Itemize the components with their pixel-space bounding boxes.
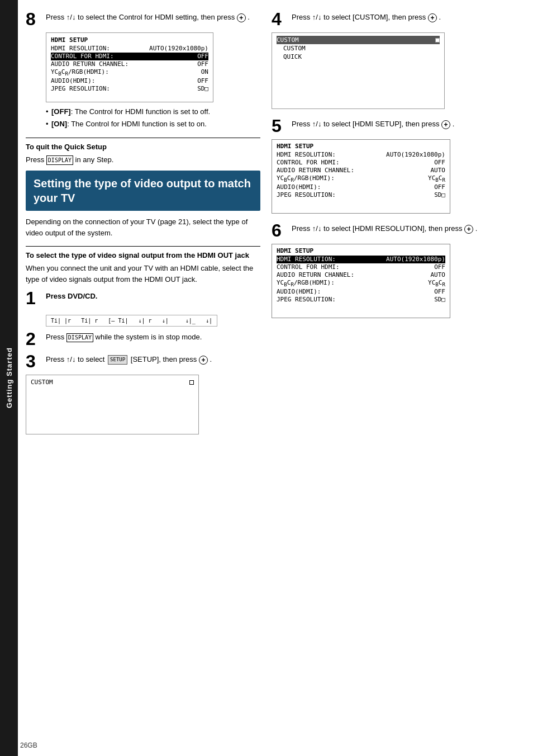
step3-square [189,380,194,385]
step3-plus-icon: + [199,356,208,365]
step4-custom-selected: CUSTOM [277,36,440,44]
step6-row-1: HDMI RESOLUTION: AUTO(1920x1080p) [277,256,445,263]
page-footer: 26GB [20,741,37,749]
step8-row-5: AUDIO(HDMI): OFF [51,77,208,85]
step5-plus-icon: + [441,120,450,129]
step8-row-4: YCBCR/RGB(HDMI): ON [51,68,208,77]
hdmi-section-body: When you connect the unit and your TV wi… [26,263,260,285]
step6-plus-icon: + [464,225,473,234]
intro-text: Depending on the connection of your TV (… [26,216,260,238]
quit-text: Press DISPLAY in any Step. [26,154,260,166]
highlight-title: Setting the type of video output to matc… [34,176,253,205]
step5-text: Press ↑/↓ to select [HDMI SETUP], then p… [292,117,454,129]
step6-row-6: JPEG RESOLUTION: SD□ [277,296,445,304]
step8-number: 8 [26,10,41,28]
step2-header: 2 Press DISPLAY while the system is in s… [26,330,260,348]
step6-row-2: CONTROL FOR HDMI: OFF [277,263,445,271]
step1-text: Press DVD/CD. [46,289,97,301]
step6-number: 6 [272,221,287,239]
step5-screen-title: HDMI SETUP [277,143,445,150]
step6-text: Press ↑/↓ to select [HDMI RESOLUTION], t… [292,221,477,234]
step4-header: 4 Press ↑/↓ to select [CUSTOM], then pre… [272,10,506,28]
step5-row-2: CONTROL FOR HDMI: OFF [277,159,445,167]
left-column: 8 Press ↑/↓ to select the Control for HD… [26,10,260,746]
quit-divider [26,138,260,138]
step3-custom-row: CUSTOM [31,378,194,386]
step6-screen-title: HDMI SETUP [277,247,445,254]
step8-row-6: JPEG RESOLUTION: SD□ [51,85,208,93]
step8-screen: HDMI SETUP HDMI RESOLUTION: AUTO(1920x10… [46,32,213,102]
step5-row-5: AUDIO(HDMI): OFF [277,183,445,191]
step8-header: 8 Press ↑/↓ to select the Control for HD… [26,10,260,28]
step5-row-1: HDMI RESOLUTION: AUTO(1920x1080p) [277,151,445,159]
step3-screen: CUSTOM [26,375,199,434]
step3-header: 3 Press ↑/↓ to select SETUP [SETUP], the… [26,352,260,370]
quit-title: To quit the Quick Setup [26,143,260,151]
step6-header: 6 Press ↑/↓ to select [HDMI RESOLUTION],… [272,221,506,239]
step8-row-2: CONTROL FOR HDMI: OFF [51,53,208,60]
step5-number: 5 [272,117,287,135]
sidebar: Getting Started [0,0,18,756]
step6-row-4: YCBCR/RGB(HDMI): YCBCR [277,279,445,288]
step8-label: Press ↑/↓ to select the Control for HDMI… [46,13,250,21]
bullet-on: [ON]: The Control for HDMI function is s… [46,119,260,129]
step5-header: 5 Press ↑/↓ to select [HDMI SETUP], then… [272,117,506,135]
step4-plus-icon: + [428,13,437,22]
display-icon-step2: DISPLAY [66,333,93,342]
page: Getting Started 8 Press ↑/↓ to select th… [0,0,533,756]
setup-icon: SETUP [108,355,127,365]
step5-row-3: AUDIO RETURN CHANNEL: AUTO [277,167,445,174]
step1-header: 1 Press DVD/CD. [26,289,260,307]
step8-row-1: HDMI RESOLUTION: AUTO(1920x1080p) [51,45,208,53]
hdmi-divider [26,246,260,247]
step4-custom-sub: CUSTOM [277,44,440,53]
step8-row-3: AUDIO RETURN CHANNEL: OFF [51,60,208,68]
display-icon-quit: DISPLAY [46,155,73,165]
step2-number: 2 [26,330,41,348]
main-content: 8 Press ↑/↓ to select the Control for HD… [18,0,533,756]
step4-screen: CUSTOM CUSTOM QUICK [272,32,445,109]
step3-number: 3 [26,352,41,370]
step8-text: Press ↑/↓ to select the Control for HDMI… [46,10,250,22]
step4-number: 4 [272,10,287,28]
step8-plus-icon: + [237,13,246,22]
step4-text: Press ↑/↓ to select [CUSTOM], then press… [292,10,441,22]
hdmi-section-title: To select the type of video signal outpu… [26,251,260,259]
right-column: 4 Press ↑/↓ to select [CUSTOM], then pre… [272,10,506,746]
step5-row-6: JPEG RESOLUTION: SD□ [277,191,445,199]
step6-row-5: AUDIO(HDMI): OFF [277,288,445,296]
sidebar-label: Getting Started [5,348,13,409]
step5-screen: HDMI SETUP HDMI RESOLUTION: AUTO(1920x10… [272,139,450,214]
step6-screen: HDMI SETUP HDMI RESOLUTION: AUTO(1920x10… [272,244,450,318]
bullet-off: [OFF]: The Control for HDMI function is … [46,107,260,117]
step1-remote: Ti| |r Ti| r [— Ti| ↓| r ↓| ↓|_ ↓| [46,315,217,327]
step6-row-3: AUDIO RETURN CHANNEL: AUTO [277,271,445,279]
step1-number: 1 [26,289,41,307]
step5-row-4: YCBCR/RGB(HDMI): YCBCR [277,174,445,183]
step3-text: Press ↑/↓ to select SETUP [SETUP], then … [46,352,212,365]
step2-text: Press DISPLAY while the system is in sto… [46,330,202,342]
step8-screen-title: HDMI SETUP [51,36,208,44]
highlight-section: Setting the type of video output to matc… [26,171,260,211]
step4-quick: QUICK [277,53,440,61]
step8-bullets: [OFF]: The Control for HDMI function is … [46,107,260,129]
